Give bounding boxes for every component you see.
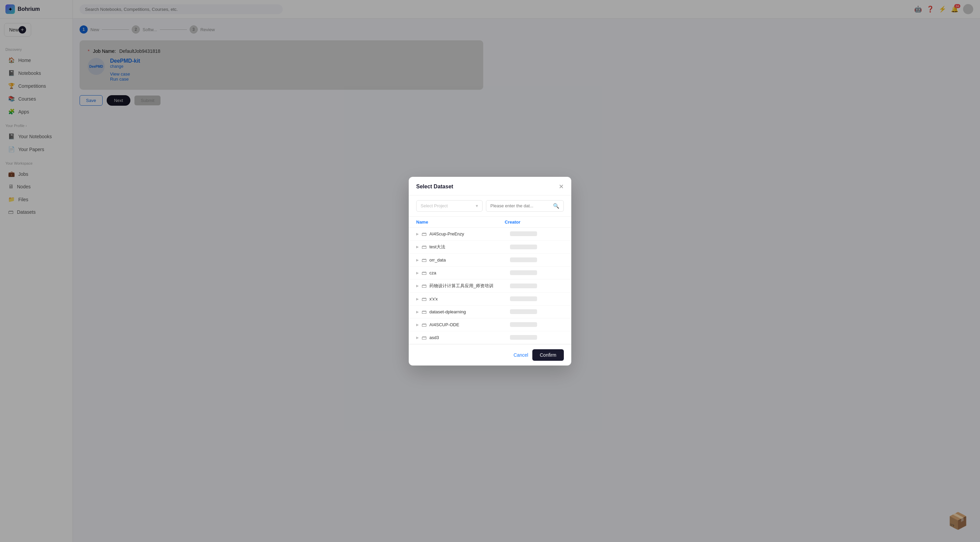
row-expander: ▶	[416, 245, 419, 249]
dataset-name: orr_data	[430, 257, 490, 263]
row-expander: ▶	[416, 232, 419, 236]
dataset-list: ▶ 🗃 AI4Scup-PreEnzy ▶ 🗃 test大法 ▶ 🗃 orr_d…	[409, 228, 490, 271]
table-row[interactable]: ▶ 🗃 AI4Scup-PreEnzy	[409, 228, 490, 241]
modal-title: Select Dataset	[416, 183, 453, 190]
chevron-down-icon: ▾	[476, 203, 478, 208]
search-input-wrap: 🔍	[486, 200, 490, 212]
dataset-name: test大法	[430, 244, 490, 250]
table-row[interactable]: ▶ 🗃 orr_data	[409, 254, 490, 266]
col-name-header: Name	[416, 220, 490, 225]
row-expander: ▶	[416, 271, 419, 271]
modal-filters: Select Project ▾ 🔍	[409, 196, 490, 217]
dataset-icon: 🗃	[422, 257, 427, 263]
dataset-name: cza	[430, 270, 490, 271]
dataset-icon: 🗃	[422, 231, 427, 237]
dataset-icon: 🗃	[422, 244, 427, 250]
modal-header: Select Dataset ✕	[409, 177, 490, 196]
table-row[interactable]: ▶ 🗃 test大法	[409, 241, 490, 254]
project-select[interactable]: Select Project ▾	[416, 200, 482, 212]
table-row[interactable]: ▶ 🗃 cza	[409, 266, 490, 271]
table-header: Name Creator	[409, 217, 490, 228]
dataset-name: AI4Scup-PreEnzy	[430, 231, 490, 236]
row-expander: ▶	[416, 258, 419, 262]
select-dataset-modal: Select Dataset ✕ Select Project ▾ 🔍 Name…	[409, 177, 490, 271]
modal-overlay: Select Dataset ✕ Select Project ▾ 🔍 Name…	[0, 0, 490, 271]
dataset-icon: 🗃	[422, 270, 427, 271]
